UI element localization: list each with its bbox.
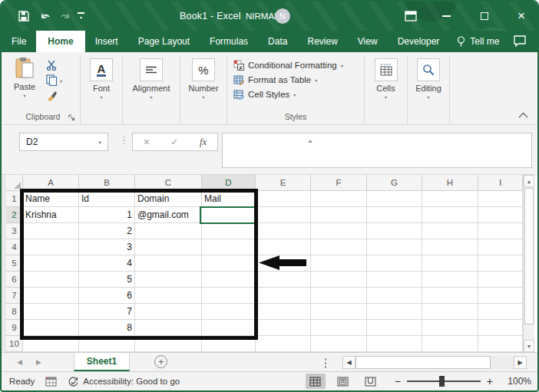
col-header-H[interactable]: H xyxy=(422,175,478,191)
account-name[interactable]: NIRMAL xyxy=(246,12,279,21)
cell-G3[interactable] xyxy=(367,223,422,239)
cell-F3[interactable] xyxy=(311,223,367,239)
alignment-group[interactable]: Alignment ▾ xyxy=(123,55,180,124)
cell-B5[interactable]: 4 xyxy=(79,255,135,272)
format-painter-icon[interactable] xyxy=(46,90,62,101)
cell-B4[interactable]: 3 xyxy=(79,239,135,255)
maximize-button[interactable] xyxy=(471,2,498,31)
tab-view[interactable]: View xyxy=(348,31,388,52)
prev-sheet-icon[interactable]: ◀ xyxy=(17,358,22,366)
copy-dropdown-icon[interactable]: ▾ xyxy=(60,78,62,84)
redo-dropdown-icon[interactable]: ▾ xyxy=(64,13,68,19)
row-header-8[interactable]: 8 xyxy=(6,304,23,320)
cell-G10[interactable] xyxy=(367,336,422,352)
cell-A8[interactable] xyxy=(23,304,79,320)
row-header-6[interactable]: 6 xyxy=(6,272,23,288)
vertical-scrollbar[interactable]: ▲ ▼ xyxy=(523,175,534,352)
cell-H9[interactable] xyxy=(422,320,478,336)
cell-C6[interactable] xyxy=(135,272,202,288)
cell-B3[interactable]: 2 xyxy=(79,223,135,239)
scroll-right-icon[interactable]: ▶ xyxy=(514,356,527,369)
cell-F9[interactable] xyxy=(311,320,367,336)
cell-A7[interactable] xyxy=(23,288,79,304)
cell-C3[interactable] xyxy=(135,223,202,239)
scroll-up-icon[interactable]: ▲ xyxy=(524,175,534,187)
cell-G1[interactable] xyxy=(367,191,422,207)
accessibility-status[interactable]: Accessibility: Good to go xyxy=(68,376,180,387)
cells-group[interactable]: Cells ▾ xyxy=(365,55,408,124)
cell-H2[interactable] xyxy=(422,207,478,223)
tell-me-box[interactable]: Tell me xyxy=(449,31,507,52)
cell-E10[interactable] xyxy=(256,336,311,352)
cell-G2[interactable] xyxy=(367,207,422,223)
cell-F6[interactable] xyxy=(311,272,367,288)
cell-H6[interactable] xyxy=(422,272,478,288)
tab-data[interactable]: Data xyxy=(258,31,297,52)
cell-H10[interactable] xyxy=(422,336,478,352)
row-header-10[interactable]: 10 xyxy=(6,336,23,352)
cell-G8[interactable] xyxy=(367,304,422,320)
col-header-B[interactable]: B xyxy=(79,175,135,191)
row-header-7[interactable]: 7 xyxy=(6,288,23,304)
cell-I6[interactable] xyxy=(478,272,523,288)
cell-C10[interactable] xyxy=(135,336,202,352)
clipboard-dialog-launcher-icon[interactable] xyxy=(68,114,75,121)
conditional-formatting-button[interactable]: Conditional Formatting ▾ xyxy=(233,60,359,71)
col-header-A[interactable]: A xyxy=(23,175,79,191)
format-as-table-button[interactable]: Format as Table ▾ xyxy=(233,74,359,85)
tab-file[interactable]: File xyxy=(2,31,36,52)
select-all-corner[interactable] xyxy=(6,175,23,191)
cell-D3[interactable] xyxy=(202,223,256,239)
confirm-entry-icon[interactable]: ✓ xyxy=(170,137,178,147)
tab-developer[interactable]: Developer xyxy=(388,31,450,52)
cell-G6[interactable] xyxy=(367,272,422,288)
cell-B6[interactable]: 5 xyxy=(79,272,135,288)
cell-C7[interactable] xyxy=(135,288,202,304)
cell-F5[interactable] xyxy=(311,255,367,272)
row-header-3[interactable]: 3 xyxy=(6,223,23,239)
cell-A2[interactable]: Krishna xyxy=(23,207,79,223)
col-header-F[interactable]: F xyxy=(311,175,367,191)
cell-E8[interactable] xyxy=(256,304,311,320)
customize-qat-icon[interactable]: ▾ xyxy=(78,12,84,20)
cell-H3[interactable] xyxy=(422,223,478,239)
cell-F8[interactable] xyxy=(311,304,367,320)
cell-B2[interactable]: 1 xyxy=(79,207,135,223)
cell-G7[interactable] xyxy=(367,288,422,304)
formula-bar-splitter[interactable]: ⋮ xyxy=(119,134,128,146)
cell-F1[interactable] xyxy=(311,191,367,207)
cell-C4[interactable] xyxy=(135,239,202,255)
cell-E2[interactable] xyxy=(256,207,311,223)
cell-D5[interactable] xyxy=(202,255,256,272)
cell-I10[interactable] xyxy=(478,336,523,352)
cell-G5[interactable] xyxy=(367,255,422,272)
horizontal-scroll-thumb[interactable] xyxy=(355,356,491,369)
font-group[interactable]: A Font ▾ xyxy=(81,55,123,124)
cancel-entry-icon[interactable]: × xyxy=(144,136,150,148)
cell-D10[interactable] xyxy=(202,336,256,352)
cell-I5[interactable] xyxy=(478,255,523,272)
tab-insert[interactable]: Insert xyxy=(85,31,128,52)
page-break-preview-button[interactable] xyxy=(361,374,381,389)
cell-G4[interactable] xyxy=(367,239,422,255)
cell-D4[interactable] xyxy=(202,239,256,255)
normal-view-button[interactable] xyxy=(306,374,326,389)
cell-A1[interactable]: Name xyxy=(23,191,79,207)
row-header-5[interactable]: 5 xyxy=(6,255,23,272)
cell-E6[interactable] xyxy=(256,272,311,288)
comments-icon[interactable] xyxy=(513,35,527,48)
row-header-1[interactable]: 1 xyxy=(6,191,23,207)
cell-B8[interactable]: 7 xyxy=(79,304,135,320)
horizontal-scrollbar[interactable]: ◀ ▶ xyxy=(324,353,537,372)
cut-icon[interactable] xyxy=(46,60,62,71)
collapse-ribbon-icon[interactable] xyxy=(518,112,528,118)
cell-A3[interactable] xyxy=(23,223,79,239)
cell-C2[interactable]: @gmail.com xyxy=(135,207,202,223)
zoom-out-button[interactable]: − xyxy=(389,375,407,387)
col-header-I[interactable]: I xyxy=(478,175,523,191)
col-header-E[interactable]: E xyxy=(256,175,311,191)
cell-F10[interactable] xyxy=(311,336,367,352)
scroll-left-icon[interactable]: ◀ xyxy=(342,356,355,369)
col-header-C[interactable]: C xyxy=(135,175,202,191)
cell-F7[interactable] xyxy=(311,288,367,304)
